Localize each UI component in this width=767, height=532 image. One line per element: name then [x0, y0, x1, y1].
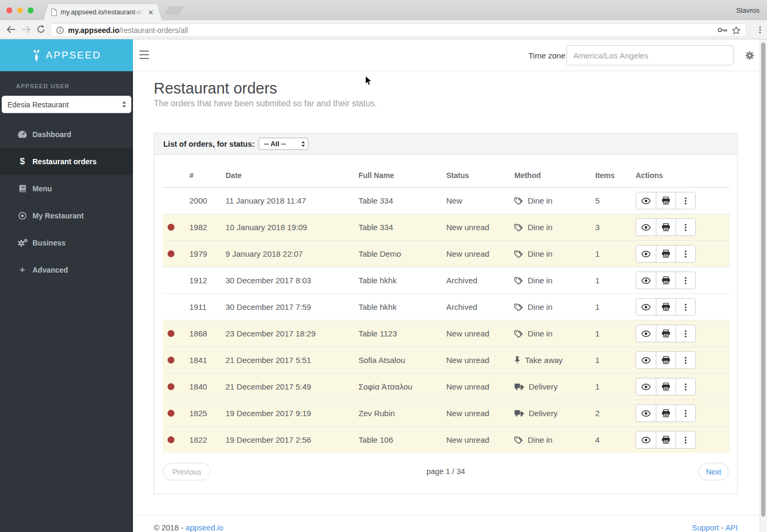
unread-dot-cell — [163, 188, 184, 214]
timezone-input[interactable] — [566, 45, 733, 65]
view-button[interactable] — [636, 325, 656, 342]
order-row: 200011 January 2018 11:47Table 334NewDin… — [163, 188, 730, 214]
info-icon[interactable] — [56, 27, 64, 34]
status-filter-select[interactable]: -- All -- — [259, 138, 309, 150]
print-button[interactable] — [656, 325, 676, 342]
view-button[interactable] — [636, 352, 656, 368]
order-method-cell: Dine in — [514, 294, 595, 320]
unread-dot-cell — [163, 214, 184, 241]
more-actions-button[interactable] — [676, 378, 695, 395]
eye-icon — [641, 251, 651, 257]
sidebar-item-dashboard[interactable]: Dashboard — [0, 121, 133, 148]
appseed-link[interactable]: appseed.io — [186, 523, 223, 532]
view-button[interactable] — [636, 405, 656, 421]
order-status-cell: New unread — [446, 320, 514, 347]
window-zoom-button[interactable] — [28, 7, 34, 13]
support-link[interactable]: Support — [692, 523, 719, 532]
more-actions-button[interactable] — [676, 299, 695, 315]
print-button[interactable] — [656, 299, 676, 315]
order-row: 191230 December 2017 8:03Table hkhkArchi… — [163, 267, 730, 294]
print-button[interactable] — [656, 378, 676, 395]
more-actions-button[interactable] — [676, 325, 695, 342]
browser-profile-name[interactable]: Stavros — [736, 6, 760, 14]
key-icon[interactable] — [718, 27, 728, 33]
order-date-cell: 21 December 2017 5:49 — [226, 374, 359, 400]
url-bar[interactable]: my.appseed.io/restaurant-orders/all — [51, 23, 746, 37]
window-minimize-button[interactable] — [17, 7, 23, 13]
more-actions-button[interactable] — [676, 352, 695, 368]
sidebar-item-business[interactable]: Business — [0, 229, 133, 256]
eye-icon — [641, 224, 651, 231]
tags-icon — [514, 303, 523, 311]
browser-menu-icon[interactable] — [759, 26, 761, 33]
column-header-dot — [163, 163, 184, 188]
view-button[interactable] — [636, 432, 656, 448]
back-icon[interactable] — [6, 26, 15, 33]
sidebar-item-label: Menu — [32, 184, 52, 193]
print-button[interactable] — [656, 432, 676, 448]
column-header-actions: Actions — [636, 163, 730, 188]
print-button[interactable] — [656, 272, 676, 289]
more-actions-button[interactable] — [676, 272, 695, 289]
window-close-button[interactable] — [6, 7, 12, 13]
reload-icon[interactable] — [37, 25, 45, 33]
scrollbar-thumb[interactable] — [761, 43, 765, 517]
sidebar-item-my-restaurant[interactable]: My Restaurant — [0, 202, 133, 229]
more-actions-button[interactable] — [676, 219, 695, 235]
more-actions-button[interactable] — [676, 246, 695, 262]
unread-dot-cell — [163, 427, 184, 453]
order-items-cell: 1 — [595, 347, 636, 374]
order-items-cell: 1 — [595, 241, 636, 267]
sidebar-toggle-icon[interactable] — [139, 50, 149, 59]
order-items-cell: 1 — [595, 320, 636, 347]
brand-name: APPSEED — [46, 49, 101, 61]
print-button[interactable] — [656, 219, 676, 235]
view-button[interactable] — [636, 378, 656, 395]
print-button[interactable] — [656, 246, 676, 262]
settings-gear-icon[interactable] — [745, 51, 754, 60]
printer-icon — [662, 383, 670, 391]
order-actions-cell — [636, 427, 730, 453]
forward-icon[interactable] — [22, 26, 31, 33]
new-tab-button[interactable] — [164, 6, 184, 15]
order-actions-cell — [636, 320, 730, 347]
print-button[interactable] — [656, 405, 676, 421]
eye-icon — [641, 331, 651, 337]
browser-tab[interactable]: my.appseed.io/restaurant-ord ✕ — [44, 4, 162, 20]
copyright-text: © 2018 - appseed.io — [154, 523, 223, 532]
more-actions-button[interactable] — [676, 405, 695, 421]
order-id-cell: 1822 — [184, 427, 226, 453]
printer-icon — [662, 330, 670, 337]
order-status-cell: New unread — [446, 427, 514, 453]
next-page-button[interactable]: Next — [698, 463, 729, 480]
order-status-cell: New unread — [446, 241, 514, 267]
api-link[interactable]: API — [726, 523, 738, 532]
order-actions-cell — [636, 241, 730, 267]
restaurant-select-value: Edesia Restaurant — [7, 100, 69, 109]
more-actions-button[interactable] — [676, 192, 695, 209]
sidebar-item-menu[interactable]: Menu — [0, 175, 133, 202]
view-button[interactable] — [636, 272, 656, 289]
order-status-cell: Archived — [446, 294, 514, 320]
kebab-icon — [685, 250, 687, 258]
tachometer-icon — [16, 130, 29, 138]
view-button[interactable] — [636, 192, 656, 209]
view-button[interactable] — [636, 246, 656, 262]
more-actions-button[interactable] — [676, 432, 695, 448]
view-button[interactable] — [636, 219, 656, 235]
print-button[interactable] — [656, 352, 676, 368]
eye-icon — [641, 384, 651, 390]
method-label: Take away — [525, 356, 563, 365]
bookmark-star-icon[interactable] — [732, 26, 740, 35]
order-name-cell: Table 1123 — [359, 320, 446, 347]
order-method-cell: Dine in — [514, 427, 595, 453]
tags-icon — [514, 250, 523, 258]
view-button[interactable] — [636, 299, 656, 315]
restaurant-select[interactable]: Edesia Restaurant — [2, 96, 131, 113]
tab-close-icon[interactable]: ✕ — [147, 9, 154, 16]
sidebar-item-advanced[interactable]: +Advanced — [0, 256, 133, 283]
sidebar-item-restaurant-orders[interactable]: $Restaurant orders — [0, 148, 133, 175]
previous-page-button[interactable]: Previous — [163, 463, 211, 480]
order-name-cell: Zev Rubin — [359, 400, 446, 427]
print-button[interactable] — [656, 192, 676, 209]
